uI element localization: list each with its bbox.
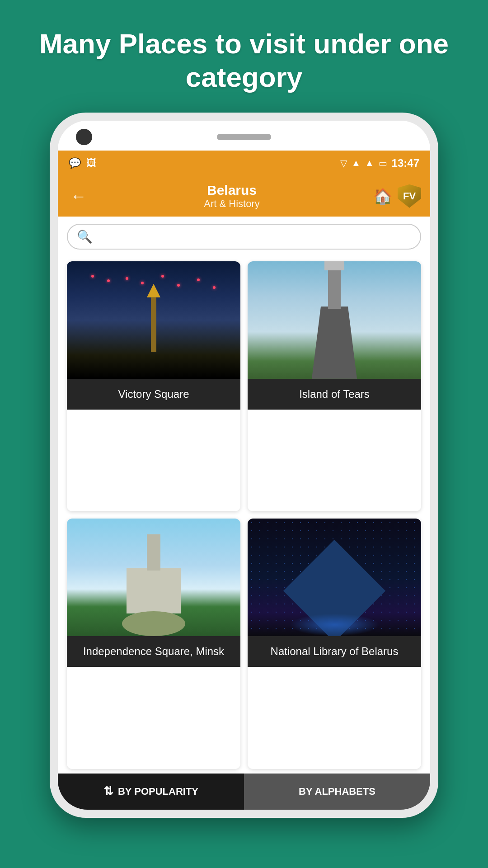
monument-dome (324, 261, 344, 270)
phone-top-bar (58, 121, 430, 151)
place-card-independence-square[interactable]: Independence Square, Minsk (67, 519, 240, 769)
building-tower (147, 534, 160, 571)
status-bar: 💬 🖼 ▽ ▲ ▲ ▭ 13:47 (58, 151, 430, 176)
quote-icon: 💬 (69, 157, 81, 169)
search-container: 🔍 (58, 217, 430, 257)
place-label-victory-square: Victory Square (67, 379, 240, 410)
camera-notch (76, 129, 92, 145)
app-bar: ← Belarus Art & History 🏠 FV (58, 176, 430, 217)
place-label-island-of-tears: Island of Tears (248, 379, 421, 410)
status-icons-right: ▽ ▲ ▲ ▭ 13:47 (340, 157, 419, 170)
phone-mockup: 💬 🖼 ▽ ▲ ▲ ▭ 13:47 ← Belarus Art & Histor… (50, 113, 438, 818)
app-bar-actions: 🏠 FV (373, 184, 421, 208)
alphabets-label: BY ALPHABETS (299, 786, 375, 797)
monument-base (312, 307, 357, 379)
popularity-label: BY POPULARITY (118, 786, 198, 797)
battery-icon: ▭ (379, 158, 387, 169)
search-icon: 🔍 (77, 229, 93, 244)
signal-icon: ▲ (352, 158, 361, 168)
lights-decoration (76, 275, 231, 302)
sort-by-popularity-button[interactable]: ⇅ BY POPULARITY (58, 774, 244, 810)
place-card-national-library[interactable]: National Library of Belarus (248, 519, 421, 769)
place-image-island-of-tears (248, 261, 421, 379)
building-main (127, 568, 181, 613)
place-image-national-library (248, 519, 421, 636)
sort-icon: ⇅ (103, 784, 113, 798)
place-card-victory-square[interactable]: Victory Square (67, 261, 240, 512)
signal-bars-icon: ▲ (365, 158, 374, 168)
bottom-bar: ⇅ BY POPULARITY BY ALPHABETS (58, 774, 430, 810)
app-bar-title: Belarus Art & History (90, 183, 373, 210)
home-button[interactable]: 🏠 (373, 187, 392, 205)
place-image-victory-square (67, 261, 240, 379)
place-label-national-library: National Library of Belarus (248, 636, 421, 667)
shield-icon[interactable]: FV (398, 184, 421, 208)
page-title: Many Places to visit under one category (0, 0, 488, 113)
place-card-island-of-tears[interactable]: Island of Tears (248, 261, 421, 512)
place-label-independence-square: Independence Square, Minsk (67, 636, 240, 667)
place-image-independence-square (67, 519, 240, 636)
image-icon: 🖼 (86, 157, 96, 169)
search-input[interactable] (98, 230, 411, 243)
app-subtitle: Art & History (90, 198, 373, 210)
speaker-bar (217, 134, 271, 140)
sort-by-alphabets-button[interactable]: BY ALPHABETS (244, 774, 430, 810)
status-icons-left: 💬 🖼 (69, 157, 96, 169)
app-title: Belarus (90, 183, 373, 198)
monument-tower (328, 268, 341, 309)
places-grid: Victory Square Island of Tears Indepen (58, 257, 430, 774)
search-bar[interactable]: 🔍 (67, 224, 421, 250)
library-glow (289, 613, 380, 636)
wifi-icon: ▽ (340, 158, 347, 169)
roundabout (122, 611, 185, 636)
phone-inner: 💬 🖼 ▽ ▲ ▲ ▭ 13:47 ← Belarus Art & Histor… (58, 121, 430, 810)
back-button[interactable]: ← (67, 183, 90, 209)
status-time: 13:47 (392, 157, 419, 170)
